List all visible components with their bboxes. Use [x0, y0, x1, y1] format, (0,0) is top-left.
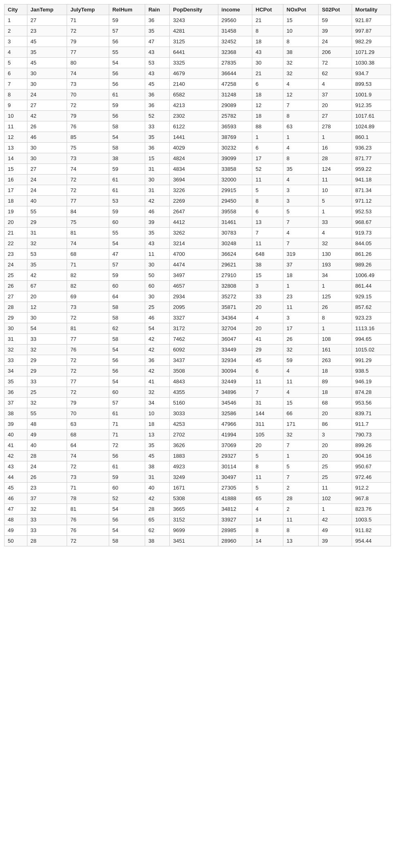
- table-cell: 43: [145, 68, 169, 79]
- table-cell: 25: [145, 302, 169, 313]
- table-cell: 52: [109, 493, 145, 504]
- table-cell: 60: [109, 387, 145, 398]
- table-cell: 967.8: [352, 493, 391, 504]
- table-cell: 56: [109, 36, 145, 47]
- table-cell: 36624: [218, 249, 252, 260]
- table-cell: 40: [27, 196, 67, 206]
- table-row: 43577554364413236843382061071.29: [4, 47, 391, 58]
- table-cell: 32704: [218, 323, 252, 334]
- table-cell: 1: [252, 132, 283, 143]
- table-cell: 3152: [170, 515, 218, 525]
- table-cell: 4834: [170, 164, 218, 174]
- table-cell: 21: [252, 68, 283, 79]
- table-cell: 62: [319, 68, 352, 79]
- table-cell: 17: [252, 153, 283, 164]
- table-cell: 36: [4, 387, 27, 398]
- table-cell: 10: [283, 26, 318, 36]
- table-cell: 72: [67, 366, 109, 376]
- table-cell: 7: [283, 440, 318, 451]
- table-cell: 30: [252, 58, 283, 68]
- table-cell: 3033: [170, 408, 218, 419]
- table-cell: 71: [109, 430, 145, 440]
- table-cell: 8: [252, 26, 283, 36]
- table-cell: 61: [109, 185, 145, 196]
- table-cell: 72: [67, 26, 109, 36]
- table-cell: 72: [67, 100, 109, 111]
- table-cell: 74: [67, 68, 109, 79]
- table-cell: 790.73: [352, 430, 391, 440]
- table-cell: 33927: [218, 515, 252, 525]
- table-cell: 1: [319, 323, 352, 334]
- table-cell: 42: [27, 111, 67, 121]
- table-cell: 2: [283, 483, 318, 493]
- table-cell: 2302: [170, 111, 218, 121]
- column-header-rain: Rain: [145, 4, 169, 15]
- table-cell: 38: [109, 153, 145, 164]
- table-cell: 3437: [170, 355, 218, 366]
- table-row: 414064723536263706920720899.26: [4, 440, 391, 451]
- table-cell: 171: [283, 419, 318, 430]
- table-row: 442673593132493049711725972.46: [4, 472, 391, 483]
- table-cell: 23: [27, 26, 67, 36]
- table-header: CityJanTempJulyTempRelHumRainPopDensityi…: [4, 4, 391, 15]
- table-cell: 7: [252, 387, 283, 398]
- table-cell: 27: [4, 291, 27, 302]
- table-cell: 45: [145, 451, 169, 461]
- table-cell: 4923: [170, 461, 218, 472]
- table-row: 112676583361223659388632781024.89: [4, 121, 391, 132]
- table-cell: 34546: [218, 398, 252, 408]
- table-cell: 15: [252, 270, 283, 281]
- table-cell: 33: [319, 217, 352, 228]
- table-cell: 1024.89: [352, 121, 391, 132]
- table-cell: 60: [109, 483, 145, 493]
- table-cell: 55: [109, 228, 145, 238]
- table-cell: 25: [4, 270, 27, 281]
- table-cell: 4412: [170, 217, 218, 228]
- table-cell: 27910: [218, 270, 252, 281]
- table-row: 24357157304474296213837193989.26: [4, 260, 391, 270]
- table-cell: 67: [27, 281, 67, 291]
- table-cell: 76: [67, 515, 109, 525]
- table-cell: 3: [283, 196, 318, 206]
- table-cell: 5: [252, 451, 283, 461]
- table-cell: 124: [319, 164, 352, 174]
- table-cell: 41994: [218, 430, 252, 440]
- table-cell: 6: [4, 68, 27, 79]
- table-cell: 73: [67, 153, 109, 164]
- table-cell: 20: [4, 217, 27, 228]
- table-cell: 206: [319, 47, 352, 58]
- table-cell: 11: [252, 238, 283, 249]
- table-cell: 3327: [170, 313, 218, 323]
- table-cell: 72: [67, 536, 109, 546]
- table-cell: 72: [67, 313, 109, 323]
- table-cell: 105: [252, 430, 283, 440]
- table-cell: 12: [252, 100, 283, 111]
- table-row: 48337656653152339271411421003.5: [4, 515, 391, 525]
- table-cell: 58: [109, 302, 145, 313]
- table-cell: 108: [319, 334, 352, 345]
- table-row: 22372573542813145881039997.87: [4, 26, 391, 36]
- table-cell: 35: [4, 376, 27, 387]
- table-cell: 29: [27, 366, 67, 376]
- table-cell: 54: [27, 323, 67, 334]
- table-cell: 79: [67, 36, 109, 47]
- table-cell: 46: [145, 313, 169, 323]
- table-row: 162472613036943200011411941.18: [4, 174, 391, 185]
- table-cell: 30: [145, 260, 169, 270]
- table-cell: 48: [27, 419, 67, 430]
- table-cell: 37: [283, 260, 318, 270]
- table-cell: 59: [109, 15, 145, 26]
- table-cell: 32: [319, 238, 352, 249]
- table-cell: 23: [4, 249, 27, 260]
- table-cell: 921.87: [352, 15, 391, 26]
- table-cell: 34896: [218, 387, 252, 398]
- table-cell: 17: [4, 185, 27, 196]
- table-cell: 3508: [170, 366, 218, 376]
- table-cell: 18: [283, 270, 318, 281]
- table-cell: 125: [319, 291, 352, 302]
- table-cell: 21: [252, 15, 283, 26]
- table-cell: 24: [319, 36, 352, 47]
- table-cell: 161: [319, 345, 352, 355]
- table-cell: 59: [319, 15, 352, 26]
- table-cell: 5: [283, 461, 318, 472]
